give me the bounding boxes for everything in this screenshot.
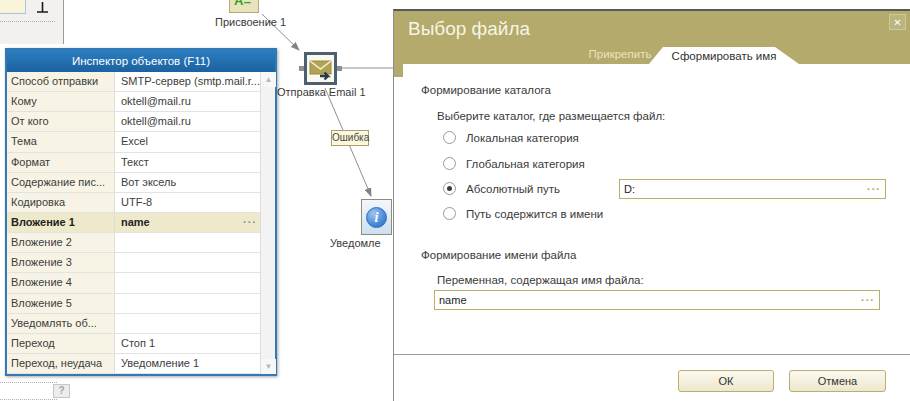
email-icon: [307, 55, 334, 82]
dotted-divider: [0, 382, 57, 383]
radio-absolute-path[interactable]: Абсолютный путь: [443, 182, 560, 195]
dialog-title: Выбор файла: [408, 18, 530, 40]
inspector-row[interactable]: Переход Стоп 1: [7, 334, 260, 354]
dotted-divider: [0, 21, 55, 22]
assign-icon: A=: [234, 0, 258, 8]
scroll-up-icon[interactable]: ▲: [261, 72, 276, 87]
browse-ellipsis-icon[interactable]: ···: [867, 180, 881, 198]
email-node-label: Отправка Email 1: [277, 86, 366, 98]
help-icon[interactable]: ?: [53, 384, 70, 398]
inspector-row[interactable]: Вложение 5: [7, 294, 260, 314]
dialog-separator: [394, 354, 910, 355]
inspector-row[interactable]: Уведомлять об...: [7, 314, 260, 334]
close-icon[interactable]: ✕: [889, 14, 906, 30]
section-filename-label: Формирование имени файла: [421, 249, 576, 261]
inspector-row[interactable]: Содержание пис... Вот эксель: [7, 173, 260, 193]
radio-icon[interactable]: [443, 157, 456, 170]
cancel-button[interactable]: Отмена: [789, 370, 886, 392]
notification-node-label: Уведомле: [330, 237, 381, 249]
inspector-row[interactable]: Кодировка UTF-8: [7, 193, 260, 213]
node-connector[interactable]: [299, 66, 304, 71]
ok-button[interactable]: ОК: [678, 370, 774, 392]
canvas-edge-line: [63, 0, 64, 44]
inspector-row-selected[interactable]: Вложение 1 ··· name: [7, 213, 260, 233]
radio-global-category[interactable]: Глобальная категория: [443, 157, 585, 170]
radio-path-in-name[interactable]: Путь содержится в имени: [443, 207, 603, 220]
file-select-dialog: Выбор файла ✕ Прикрепить Сформировать им…: [393, 9, 910, 401]
palette-box: [0, 0, 26, 14]
notification-node[interactable]: i: [361, 199, 392, 235]
inspector-row[interactable]: Вложение 3: [7, 253, 260, 273]
scroll-down-icon[interactable]: ▼: [261, 359, 276, 374]
absolute-path-input[interactable]: D: ···: [619, 179, 886, 199]
inspector-rows: Способ отправки SMTP-сервер (smtp.mail.r…: [7, 72, 260, 374]
filename-prompt-label: Переменная, содержащая имя файла:: [437, 274, 644, 286]
inspector-row[interactable]: От кого oktell@mail.ru: [7, 112, 260, 132]
inspector-row[interactable]: Тема Excel: [7, 132, 260, 152]
inspector-row[interactable]: Переход, неудача Уведомление 1: [7, 354, 260, 374]
info-icon: i: [366, 207, 387, 228]
dotted-divider: [0, 399, 57, 400]
node-connector[interactable]: [337, 66, 342, 71]
inspector-row[interactable]: Вложение 2: [7, 233, 260, 253]
radio-local-category[interactable]: Локальная категория: [443, 131, 579, 144]
section-catalog-label: Формирование каталога: [421, 84, 551, 96]
tab-form-name[interactable]: Сформировать имя: [649, 47, 799, 64]
assign-node[interactable]: A=: [229, 0, 259, 13]
object-inspector-panel: Инспектор объектов (F11) Способ отправки…: [5, 48, 277, 376]
radio-icon[interactable]: [443, 207, 456, 220]
radio-icon[interactable]: [443, 131, 456, 144]
ellipsis-icon[interactable]: ···: [243, 213, 257, 232]
inspector-row[interactable]: Формат Текст: [7, 153, 260, 173]
browse-ellipsis-icon[interactable]: ···: [861, 291, 875, 309]
inspector-title: Инспектор объектов (F11): [7, 50, 275, 72]
filename-variable-input[interactable]: name ···: [434, 290, 880, 310]
dialog-gold-notch: [394, 63, 403, 77]
catalog-prompt-label: Выберите каталог, где размещается файл:: [437, 110, 665, 122]
error-transition-tag[interactable]: Ошибка: [331, 130, 369, 146]
send-email-node[interactable]: [304, 52, 337, 85]
text-cursor-icon: [36, 0, 49, 18]
inspector-row[interactable]: Кому oktell@mail.ru: [7, 92, 260, 112]
inspector-row[interactable]: Вложение 4: [7, 273, 260, 293]
inspector-row[interactable]: Способ отправки SMTP-сервер (smtp.mail.r…: [7, 72, 260, 92]
radio-checked-icon[interactable]: [443, 182, 456, 195]
assign-node-label: Присвоение 1: [215, 16, 286, 28]
inspector-scrollbar[interactable]: ▲ ▼: [260, 72, 275, 374]
app-screen: ? A= Присвоение 1 Отправка Email 1 Ошибк…: [0, 0, 910, 401]
